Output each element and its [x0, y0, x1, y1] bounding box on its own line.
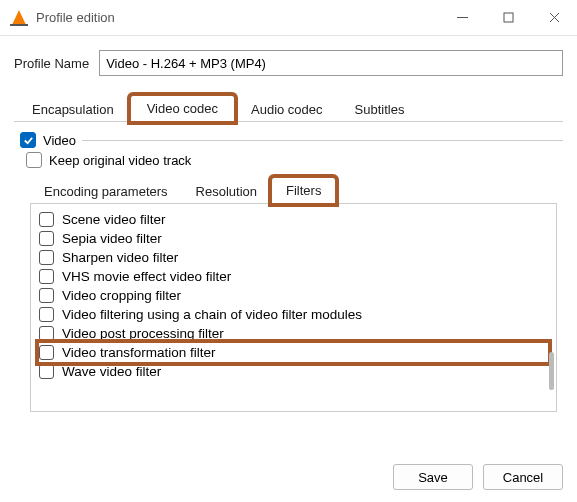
subtab-filters[interactable]: Filters	[271, 177, 336, 204]
titlebar: Profile edition	[0, 0, 577, 36]
svg-rect-1	[504, 13, 513, 22]
filter-checkbox[interactable]	[39, 231, 54, 246]
cancel-button[interactable]: Cancel	[483, 464, 563, 490]
filter-label: Video post processing filter	[62, 326, 224, 341]
filter-item[interactable]: Sharpen video filter	[39, 248, 548, 267]
filter-label: Video transformation filter	[62, 345, 216, 360]
filter-checkbox[interactable]	[39, 269, 54, 284]
filter-label: Sepia video filter	[62, 231, 162, 246]
filter-checkbox[interactable]	[39, 250, 54, 265]
tab-subtitles[interactable]: Subtitles	[339, 97, 421, 122]
subtab-encoding-parameters[interactable]: Encoding parameters	[30, 179, 182, 204]
subtab-resolution[interactable]: Resolution	[182, 179, 271, 204]
filter-label: VHS movie effect video filter	[62, 269, 231, 284]
filter-label: Video filtering using a chain of video f…	[62, 307, 362, 322]
filter-label: Video cropping filter	[62, 288, 181, 303]
filter-item[interactable]: Sepia video filter	[39, 229, 548, 248]
close-button[interactable]	[531, 0, 577, 36]
filter-checkbox[interactable]	[39, 307, 54, 322]
minimize-button[interactable]	[439, 0, 485, 36]
filter-checkbox[interactable]	[39, 364, 54, 379]
divider	[82, 140, 563, 141]
filter-checkbox[interactable]	[39, 212, 54, 227]
profile-name-input[interactable]	[99, 50, 563, 76]
tab-video-codec[interactable]: Video codec	[130, 95, 235, 122]
filter-checkbox[interactable]	[39, 345, 54, 360]
filter-checkbox[interactable]	[39, 326, 54, 341]
filter-item[interactable]: Video post processing filter	[39, 324, 548, 343]
sub-tabs: Encoding parameters Resolution Filters	[30, 176, 557, 204]
vlc-app-icon	[10, 9, 28, 27]
filter-checkbox[interactable]	[39, 288, 54, 303]
maximize-button[interactable]	[485, 0, 531, 36]
window-title: Profile edition	[36, 10, 115, 25]
profile-name-label: Profile Name	[14, 56, 89, 71]
save-button[interactable]: Save	[393, 464, 473, 490]
filter-item[interactable]: Video cropping filter	[39, 286, 548, 305]
video-checkbox[interactable]	[20, 132, 36, 148]
filter-item[interactable]: Wave video filter	[39, 362, 548, 381]
tab-audio-codec[interactable]: Audio codec	[235, 97, 339, 122]
keep-original-label: Keep original video track	[49, 153, 191, 168]
scrollbar-thumb[interactable]	[549, 352, 554, 390]
filter-item[interactable]: Video filtering using a chain of video f…	[39, 305, 548, 324]
tab-encapsulation[interactable]: Encapsulation	[16, 97, 130, 122]
filter-label: Scene video filter	[62, 212, 166, 227]
filter-label: Wave video filter	[62, 364, 161, 379]
main-tabs: Encapsulation Video codec Audio codec Su…	[14, 94, 563, 122]
video-label: Video	[43, 133, 76, 148]
filters-pane: Scene video filter Sepia video filter Sh…	[30, 204, 557, 412]
filter-label: Sharpen video filter	[62, 250, 178, 265]
filter-item[interactable]: Scene video filter	[39, 210, 548, 229]
filter-item-video-transformation[interactable]: Video transformation filter	[39, 343, 548, 362]
filter-item[interactable]: VHS movie effect video filter	[39, 267, 548, 286]
keep-original-checkbox[interactable]	[26, 152, 42, 168]
